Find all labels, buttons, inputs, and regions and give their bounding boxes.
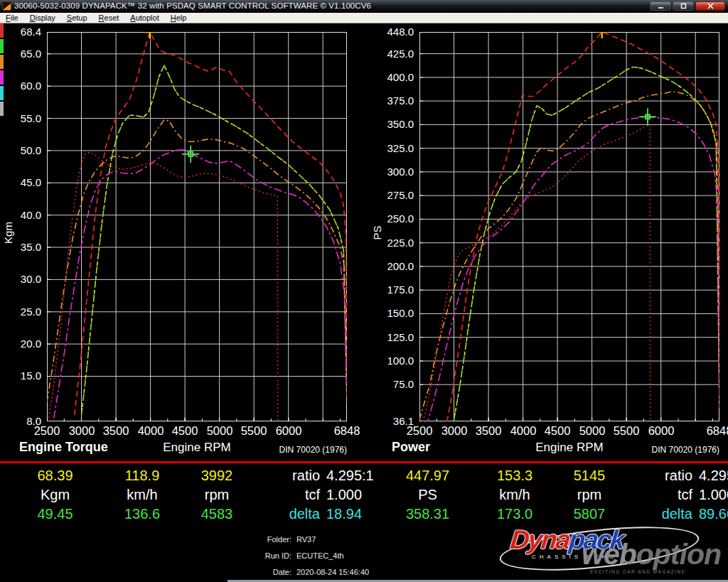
x-tick-label: 4000 [510, 424, 537, 438]
menu-item-help[interactable]: Help [165, 13, 193, 23]
torque-cursor-speed: 136.6 [103, 506, 181, 522]
menu-item-file[interactable]: File [0, 13, 24, 23]
folder-value: RV37 [296, 535, 369, 544]
y-tick-label: 25.0 [0, 306, 41, 318]
y-tick-label: 55.0 [0, 112, 41, 125]
y-tick-label: 40.0 [0, 209, 41, 222]
power-max-value: 447.97 [380, 468, 476, 484]
series-run-red-dotted [48, 153, 278, 421]
series-run-red-dotted [421, 124, 651, 421]
dynapack-logo: Dynapack CHASSIS DYNO weboption EXCITING… [491, 522, 725, 579]
tcf-value: 1.000 [320, 487, 374, 503]
y-tick-label: 325.0 [373, 142, 414, 155]
series-run-red [75, 32, 347, 415]
maximize-button[interactable] [673, 1, 694, 11]
delta-cursor-marker[interactable] [639, 108, 656, 125]
x-tick-label: 5500 [614, 424, 640, 438]
torque-readout-panel: 68.39 118.9 3992 ratio 4.295:1 Kgm km/h … [7, 466, 366, 524]
y-tick-label: 125.0 [373, 331, 414, 344]
series-run-orange [419, 92, 719, 420]
torque-x-ticks: 250030003500400045005000550060006848 [47, 423, 347, 438]
torque-y-ticks: 68.465.060.055.050.045.040.035.030.025.0… [0, 32, 43, 421]
weboption-watermark: weboption [582, 538, 721, 571]
x-tick-label: 5500 [241, 424, 267, 438]
delta-value: 89.66 [692, 506, 728, 522]
watermark-tagline: EXCITING CAR AND MAGAZINE [590, 569, 686, 574]
power-cursor-rpm: 5807 [554, 506, 625, 522]
y-tick-label: 20.0 [0, 338, 41, 350]
speed-unit: km/h [476, 487, 554, 503]
y-tick-label: 15.0 [0, 370, 41, 382]
menu-item-autoplot[interactable]: Autoplot [124, 13, 164, 23]
torque-max-speed: 118.9 [103, 468, 181, 484]
menu-item-setup[interactable]: Setup [61, 13, 93, 23]
tcf-value: 1.000 [692, 487, 728, 503]
y-tick-label: 250.0 [373, 212, 414, 225]
y-tick-label: 30.0 [0, 273, 41, 286]
y-tick-label: 300.0 [373, 166, 414, 178]
power-plot[interactable] [419, 32, 719, 421]
runid-value: ECUTEC_4th [296, 551, 369, 560]
rpm-unit: rpm [554, 487, 625, 503]
power-cursor-value: 358.31 [380, 506, 476, 522]
y-tick-label: 65.0 [0, 48, 41, 60]
series-run-red [447, 32, 719, 421]
x-tick-label: 4000 [138, 424, 164, 438]
main-area: Kgm 68.465.060.055.050.045.040.035.030.0… [0, 23, 728, 582]
ratio-value: 4.295:1 [692, 468, 728, 484]
ratio-value: 4.295:1 [320, 468, 374, 484]
x-tick-label: 5000 [579, 424, 606, 438]
y-tick-label: 225.0 [373, 237, 414, 249]
y-tick-label: 35.0 [0, 241, 41, 254]
close-button[interactable] [695, 1, 725, 11]
torque-unit: Kgm [7, 487, 103, 503]
x-tick-label: 6000 [648, 424, 675, 438]
torque-max-rpm: 3992 [181, 468, 252, 484]
ratio-label: ratio [625, 468, 692, 484]
x-tick-label: 4500 [172, 424, 198, 438]
y-tick-label: 150.0 [373, 307, 414, 320]
y-tick-label: 68.4 [0, 26, 41, 38]
ratio-label: ratio [252, 468, 320, 484]
power-unit: PS [380, 487, 476, 503]
torque-cursor-rpm: 4583 [181, 506, 252, 522]
torque-cursor-value: 49.45 [7, 506, 103, 522]
menu-item-display[interactable]: Display [24, 13, 61, 23]
y-tick-label: 400.0 [373, 71, 414, 84]
speed-unit: km/h [103, 487, 181, 503]
x-tick-label: 6848 [334, 424, 360, 438]
grid [47, 32, 347, 421]
y-tick-label: 200.0 [373, 260, 414, 273]
x-tick-label: 4500 [545, 424, 571, 438]
x-tick-label: 5000 [207, 424, 233, 438]
folder-label: Folder: [217, 535, 291, 544]
series-run-magenta [54, 150, 347, 419]
run-info: Folder: RV37 Run ID: ECUTEC_4th Date: 20… [217, 531, 369, 580]
minimize-button[interactable] [650, 1, 671, 11]
torque-chart-panel: Kgm 68.465.060.055.050.045.040.035.030.0… [0, 23, 355, 460]
menu-item-reset[interactable]: Reset [93, 13, 125, 23]
series-run-green-overlay [454, 67, 720, 419]
date-label: Date: [217, 568, 291, 576]
power-standard-label: DIN 70020 (1976) [652, 445, 719, 455]
tcf-label: tcf [625, 487, 692, 503]
x-tick-label: 2500 [407, 424, 433, 438]
torque-plot[interactable] [47, 32, 347, 421]
torque-standard-label: DIN 70020 (1976) [279, 445, 347, 455]
max-cursor-marker[interactable] [144, 32, 156, 38]
y-tick-label: 448.0 [373, 26, 414, 38]
y-tick-label: 50.0 [0, 144, 41, 157]
watermark-web: web [582, 538, 636, 571]
rpm-unit: rpm [181, 487, 252, 503]
x-tick-label: 3500 [103, 424, 129, 438]
series-run-green-overlay [82, 65, 348, 415]
app-icon [2, 1, 11, 11]
app-window: 30060-5032-0309 DYNAPACK™ 32 with PSDAQ … [0, 0, 728, 582]
grid [419, 32, 719, 421]
y-tick-label: 175.0 [373, 284, 414, 296]
y-tick-label: 100.0 [373, 355, 414, 367]
menu-bar: FileDisplaySetupResetAutoplotHelp [0, 13, 728, 23]
power-chart-panel: PS 448.0425.0400.0375.0350.0325.0300.027… [373, 23, 728, 460]
delta-label: delta [252, 506, 320, 522]
x-tick-label: 6848 [707, 424, 728, 438]
